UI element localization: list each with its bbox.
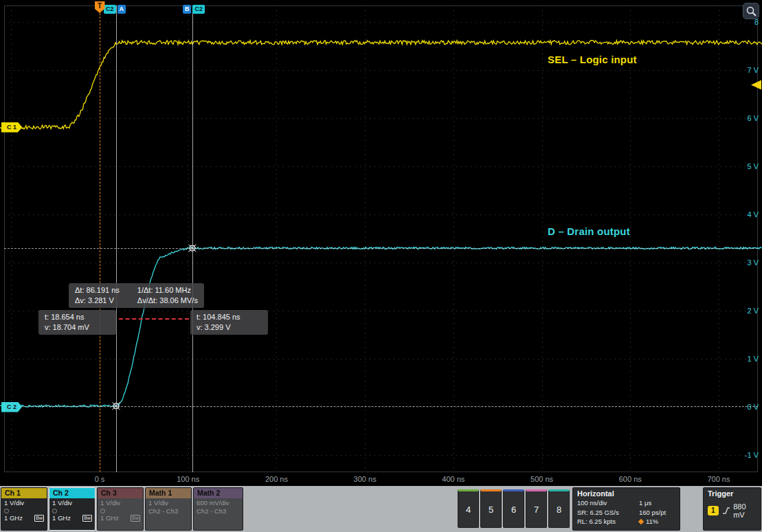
delta-v-over-delta-t-value: Δv/Δt: 38.06 MV/s <box>137 296 198 306</box>
channel-scale: 1 V/div <box>52 499 92 507</box>
bandwidth-limit-badge: Bw <box>131 515 140 522</box>
inverse-delta-t-value: 1/Δt: 11.60 MHz <box>137 285 198 296</box>
bandwidth-limit-badge: Bw <box>34 515 44 522</box>
channel-badge-title: Ch 2 <box>49 488 95 498</box>
waveform-display: Δt: 86.191 ns 1/Δt: 11.60 MHz Δv: 3.281 … <box>0 0 762 486</box>
channel-scale: 1 V/div <box>148 499 188 507</box>
cursor-a-badges: C2A <box>104 5 126 14</box>
channel-button-4[interactable]: 4 <box>458 489 479 528</box>
cursor-delta-readout: Δt: 86.191 ns 1/Δt: 11.60 MHz Δv: 3.281 … <box>69 283 204 308</box>
horizontal-sample-rate: SR: 6.25 GS/s <box>577 508 639 518</box>
trigger-source-badge: 1 <box>708 506 719 516</box>
channel-button-8[interactable]: 8 <box>548 489 570 528</box>
channel-bandwidth-row: 1 GHzBw <box>4 514 44 522</box>
channel-badge-body: 600 mV/divCh2 - Ch3 <box>194 498 243 516</box>
delta-v-value: Δv: 3.281 V <box>75 296 120 306</box>
channel-scale: 1 V/div <box>100 499 140 507</box>
rising-edge-icon <box>722 507 730 515</box>
horizontal-scale: 100 ns/div <box>577 498 639 508</box>
channel-badge-body: 1 V/div1 GHzBw <box>49 498 95 522</box>
cursor-a-level-line[interactable] <box>4 406 758 407</box>
horizontal-position: 11% <box>639 517 675 527</box>
channel-button-7[interactable]: 7 <box>526 489 547 528</box>
channel-bandwidth: 1 GHz <box>4 514 23 522</box>
cursor-a-badge-c2[interactable]: C2 <box>104 5 116 14</box>
delta-t-value: Δt: 86.191 ns <box>75 285 120 296</box>
channel-badge-title: Ch 1 <box>1 488 47 498</box>
channel-badge-title: Math 2 <box>194 488 243 498</box>
channel-badge-math2[interactable]: Math 2600 mV/divCh2 - Ch3 <box>193 487 243 531</box>
cursor-b-badge-b[interactable]: B <box>183 5 192 14</box>
cursor-b-level-line[interactable] <box>4 248 758 249</box>
zoom-button[interactable] <box>743 3 759 19</box>
cursor-a-time: t: 18.654 ns <box>45 312 110 322</box>
channel-bandwidth: 1 GHz <box>100 514 119 522</box>
channel-scale: 1 V/div <box>4 499 44 507</box>
cursor-a-badge-a[interactable]: A <box>117 5 126 14</box>
channel-badge-title: Math 1 <box>146 488 191 498</box>
channel-badge-ch1[interactable]: Ch 11 V/div1 GHzBw <box>1 487 47 531</box>
channel-scale: 600 mV/div <box>197 499 240 507</box>
channel-button-5[interactable]: 5 <box>480 489 502 528</box>
cursor-connector-line <box>119 318 189 320</box>
horizontal-position-icon <box>638 519 644 524</box>
horizontal-record-length: RL: 6.25 kpts <box>577 517 639 527</box>
settings-bar: Horizontal 100 ns/div 1 μs SR: 6.25 GS/s… <box>0 486 762 532</box>
channel-bandwidth-row: 1 GHzBw <box>100 514 140 522</box>
cursor-a-voltage: v: 18.704 mV <box>45 322 110 333</box>
trigger-position-line[interactable] <box>100 13 100 472</box>
magnifier-icon <box>746 5 757 17</box>
bandwidth-limit-badge: Bw <box>82 515 92 522</box>
channel-bandwidth-row: 1 GHzBw <box>52 514 92 522</box>
annotation-d-drain-output: D – Drain output <box>548 225 630 237</box>
cursor-b-time: t: 104.845 ns <box>197 312 262 322</box>
horizontal-resolution: 160 ps/pt <box>639 508 675 518</box>
annotation-sel-logic-input: SEL – Logic input <box>548 54 637 65</box>
horizontal-title: Horizontal <box>573 488 680 498</box>
channel-badge-body: 1 V/div1 GHzBw <box>98 498 143 522</box>
channel-marker-1[interactable]: C 1 <box>1 122 22 133</box>
cursor-a-line[interactable] <box>116 5 117 472</box>
trigger-title: Trigger <box>704 488 761 498</box>
horizontal-values: 100 ns/div 1 μs SR: 6.25 GS/s 160 ps/pt … <box>573 498 680 527</box>
cursor-b-readout: t: 104.845 ns v: 3.299 V <box>190 310 268 335</box>
channel-badge-ch3[interactable]: Ch 31 V/div1 GHzBw <box>97 487 144 531</box>
channel-settings-icon <box>4 509 9 513</box>
oscilloscope-screen: Δt: 86.191 ns 1/Δt: 11.60 MHz Δv: 3.281 … <box>0 0 762 532</box>
channel-badge-ch2[interactable]: Ch 21 V/div1 GHzBw <box>49 487 96 531</box>
channel-marker-2[interactable]: C 2 <box>1 402 22 412</box>
waveform-layer <box>0 0 762 486</box>
cursor-b-badge-c2[interactable]: C2 <box>192 5 205 14</box>
cursor-a-readout: t: 18.654 ns v: 18.704 mV <box>38 310 116 335</box>
channel-badge-body: 1 V/divCh2 - Ch3 <box>146 498 191 516</box>
horizontal-position-value: 11% <box>646 518 658 525</box>
trigger-values: 1 880 mV <box>704 498 761 519</box>
channel-button-6[interactable]: 6 <box>503 489 524 528</box>
math-source: Ch2 - Ch3 <box>148 507 188 516</box>
channel-badge-body: 1 V/div1 GHzBw <box>1 498 47 522</box>
cursor-b-voltage: v: 3.299 V <box>197 322 262 333</box>
horizontal-settings-badge[interactable]: Horizontal 100 ns/div 1 μs SR: 6.25 GS/s… <box>572 487 680 531</box>
horizontal-duration: 1 μs <box>639 498 675 508</box>
trigger-level: 880 mV <box>733 502 757 519</box>
channel-bandwidth: 1 GHz <box>52 514 71 522</box>
math-source: Ch2 - Ch3 <box>197 507 240 516</box>
waveform-ch1-sel <box>0 41 762 129</box>
channel-badge-math1[interactable]: Math 11 V/divCh2 - Ch3 <box>145 487 192 531</box>
cursor-b-badges: BC2 <box>183 5 205 14</box>
cursor-b-line[interactable] <box>192 5 193 472</box>
trigger-settings-badge[interactable]: Trigger 1 880 mV <box>703 487 761 531</box>
channel-badge-title: Ch 3 <box>98 488 143 498</box>
channel-settings-icon <box>100 509 105 513</box>
channel-settings-icon <box>52 509 57 513</box>
